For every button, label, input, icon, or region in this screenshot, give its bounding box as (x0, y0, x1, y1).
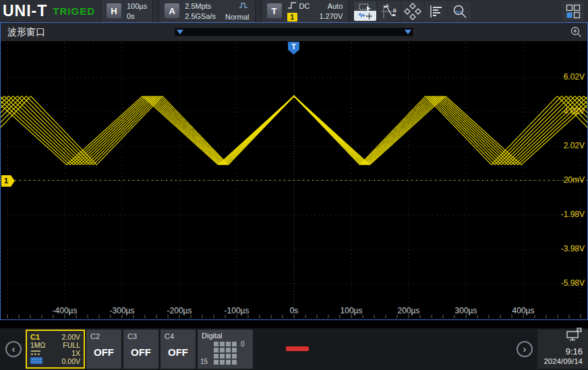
digital-channel-cell (220, 348, 225, 352)
brand-logo: UNI-T (3, 2, 47, 20)
clock-date: 2024/09/14 (543, 357, 583, 366)
digital-label: Digital (202, 332, 223, 340)
record-indicator (286, 346, 309, 351)
trigger-key-label: T (267, 3, 282, 18)
channel1-probe: 1X (71, 349, 80, 357)
digital-channel-cell (232, 360, 237, 365)
scrollbar-arrow-left[interactable] (177, 30, 183, 34)
digital-channel-cell (220, 342, 225, 346)
channel3-state: OFF (123, 335, 158, 369)
digital-channel-cell (232, 342, 237, 346)
chevron-left-icon[interactable]: ‹ (5, 341, 22, 357)
chevron-right-icon[interactable]: › (517, 341, 533, 357)
acquire-mode-value: Normal (225, 13, 249, 22)
list-view-button[interactable] (425, 1, 447, 21)
y-axis-label: -1.98V (544, 210, 585, 219)
trigger-settings-button[interactable]: T DC 1 Auto 1.270V (261, 0, 349, 22)
status-datetime-panel[interactable]: 9:16 2024/09/14 (537, 330, 588, 369)
horizontal-settings-button[interactable]: H 100µs 0s (100, 0, 153, 22)
digital-channel-cell (232, 354, 237, 359)
digital-last-bit: 15 (200, 358, 208, 365)
x-axis-label: -300µs (98, 306, 146, 315)
x-axis-label: -200µs (156, 306, 203, 315)
waveform-plot-area: T 1 6.02V4.02V2.02V20mV-1.98V-3.98V-5.98… (1, 41, 587, 319)
clock-time: 9:16 (566, 346, 583, 357)
sample-rate-value: 2.5GSa/s (185, 12, 216, 21)
bandwidth-icon (30, 357, 42, 365)
y-axis-label: 2.02V (544, 141, 585, 150)
memory-depth-value: 2.5Mpts (185, 2, 216, 11)
x-axis-label: 400µs (500, 306, 547, 315)
x-axis-label: 300µs (442, 306, 490, 315)
horizontal-key-label: H (107, 3, 121, 18)
digital-channel-cell (214, 342, 218, 346)
xy-display-button[interactable] (401, 1, 423, 21)
x-axis-label: -400µs (41, 306, 88, 315)
channel4-state: OFF (160, 335, 196, 369)
window-title: 波形窗口 (7, 26, 45, 38)
y-axis-label: -5.98V (544, 278, 585, 288)
digital-first-bit: 0 (241, 340, 245, 348)
digital-channel-cell (226, 342, 231, 346)
digital-channel-cell (226, 354, 231, 359)
channel1-name: C1 (30, 333, 40, 341)
digital-channel-cell (232, 348, 237, 352)
zoom-in-button[interactable] (570, 26, 583, 41)
y-axis-label: 20mV (544, 175, 585, 185)
channel4-panel[interactable]: C4 OFF (160, 330, 196, 369)
usb-device-icon (565, 328, 583, 344)
horizontal-offset-value: 0s (127, 12, 147, 21)
timebase-value: 100µs (127, 2, 147, 11)
y-axis-label: 6.02V (544, 72, 585, 82)
digital-channel-cell (226, 360, 231, 365)
x-axis-label: 100µs (328, 306, 375, 315)
window-layout-icon (565, 3, 581, 20)
digital-channel-cell (214, 348, 218, 352)
x-axis-label: 0s (270, 306, 318, 315)
digital-channel-cell (214, 354, 218, 359)
channel1-impedance: 1MΩ (30, 341, 45, 349)
cursor-measure-button[interactable]: A B (378, 1, 400, 21)
search-icon (451, 3, 469, 20)
top-toolbar: UNI-T TRIGED H 100µs 0s A 2.5Mpts 2.5GSa… (0, 0, 588, 22)
select-tool-button[interactable] (354, 1, 376, 21)
x-axis-label: 200µs (385, 306, 432, 315)
trigger-status: TRIGED (53, 5, 95, 17)
acquire-key-label: A (165, 3, 179, 18)
xy-display-icon (404, 3, 421, 20)
search-button[interactable] (448, 1, 471, 21)
trigger-coupling-value: DC (299, 2, 310, 11)
digital-grid-icon (214, 342, 237, 365)
bottom-toolbar: ‹ C1 2.00V 1MΩ FULL 1X (0, 328, 588, 370)
trigger-level-value: 1.270V (319, 12, 343, 21)
y-axis-label: -3.98V (544, 244, 585, 253)
svg-text:A: A (386, 3, 389, 8)
window-layout-button[interactable] (562, 1, 584, 21)
oscilloscope-screen: UNI-T TRIGED H 100µs 0s A 2.5Mpts 2.5GSa… (0, 0, 588, 370)
zoom-in-icon (570, 26, 583, 38)
acquire-settings-button[interactable]: A 2.5Mpts 2.5GSa/s Normal (158, 0, 255, 22)
trigger-sweep-value: Auto (328, 2, 343, 11)
scrollbar-arrow-right[interactable] (405, 30, 411, 34)
channel1-panel[interactable]: C1 2.00V 1MΩ FULL 1X (26, 330, 85, 369)
channel2-state: OFF (86, 335, 121, 369)
channel3-panel[interactable]: C3 OFF (123, 330, 158, 369)
channel1-bandwidth: FULL (63, 341, 80, 349)
digital-channel-cell (226, 348, 231, 352)
dc-coupling-icon (30, 349, 41, 357)
rising-edge-icon (287, 1, 297, 11)
list-icon (428, 3, 445, 20)
digital-channels-panel[interactable]: Digital 0 15 (198, 330, 253, 369)
x-axis-label: -100µs (213, 306, 260, 315)
select-tool-icon (357, 2, 374, 20)
waveform-window: 波形窗口 T 1 6.02V4.02V2.02V20mV-1.98V-3.98V… (0, 22, 588, 320)
cursor-ab-icon: A B (380, 3, 398, 20)
svg-text:B: B (393, 8, 396, 13)
trigger-source-badge: 1 (287, 13, 298, 22)
digital-channel-cell (220, 354, 225, 359)
digital-channel-cell (214, 360, 218, 365)
channel2-panel[interactable]: C2 OFF (86, 330, 121, 369)
horizontal-scrollbar[interactable] (175, 28, 413, 36)
waveform-window-titlebar: 波形窗口 (1, 23, 587, 41)
channel1-scale: 2.00V (62, 333, 80, 341)
